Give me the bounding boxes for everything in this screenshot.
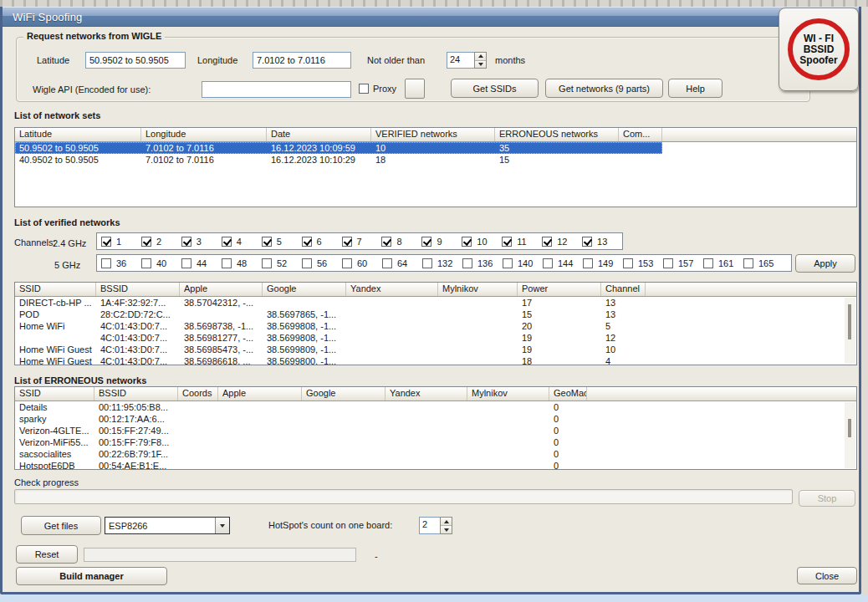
column-header[interactable]: BSSID [94, 387, 178, 400]
help-button[interactable]: Help [668, 79, 722, 98]
checkbox-icon[interactable] [181, 237, 191, 247]
checkbox-icon[interactable] [101, 237, 111, 247]
table-row[interactable]: sacsocialites00:22:6B:79:1F...0 [15, 448, 587, 460]
spin-down-icon[interactable] [441, 525, 452, 533]
checkbox-icon[interactable] [181, 258, 191, 268]
channel-checkbox-1[interactable]: 1 [101, 237, 141, 247]
column-header[interactable]: Power [518, 283, 601, 296]
reset-button[interactable]: Reset [16, 545, 78, 564]
apply-button[interactable]: Apply [795, 254, 855, 273]
channel-checkbox-5[interactable]: 5 [262, 237, 302, 247]
vertical-scrollbar[interactable] [845, 298, 855, 364]
column-header[interactable]: Yandex [385, 387, 467, 400]
column-header[interactable]: Apple [180, 283, 263, 296]
channel-checkbox-161[interactable]: 161 [703, 258, 743, 268]
checkbox-icon[interactable] [583, 258, 593, 268]
column-header[interactable]: Latitude [15, 128, 141, 141]
column-header[interactable]: ERRONEOUS networks [495, 128, 619, 141]
checkbox-icon[interactable] [663, 258, 673, 268]
longitude-input[interactable] [253, 52, 351, 69]
checkbox-icon[interactable] [503, 258, 513, 268]
checkbox-icon[interactable] [543, 258, 553, 268]
checkbox-icon[interactable] [302, 258, 312, 268]
channel-checkbox-12[interactable]: 12 [542, 237, 582, 247]
checkbox-icon[interactable] [542, 237, 552, 247]
vertical-scrollbar[interactable] [845, 402, 855, 468]
channel-checkbox-36[interactable]: 36 [101, 258, 141, 268]
spin-down-icon[interactable] [475, 60, 486, 69]
titlebar[interactable]: WiFi Spoofing [3, 7, 859, 27]
channel-checkbox-140[interactable]: 140 [503, 258, 543, 268]
checkbox-icon[interactable] [502, 237, 512, 247]
reset-field[interactable] [84, 548, 356, 562]
wifi-bssid-spoofer-logo-button[interactable]: WI - FI BSSID Spoofer [779, 8, 859, 91]
channel-checkbox-40[interactable]: 40 [141, 258, 181, 268]
column-header[interactable]: Date [267, 128, 371, 141]
channel-checkbox-64[interactable]: 64 [382, 258, 422, 268]
column-header[interactable]: Google [263, 283, 346, 296]
column-header[interactable]: SSID [15, 283, 96, 296]
build-manager-button[interactable]: Build manager [16, 567, 167, 585]
checkbox-icon[interactable] [623, 258, 633, 268]
checkbox-icon[interactable] [222, 258, 232, 268]
proxy-extra-button[interactable] [405, 79, 425, 99]
table-row[interactable]: 40.9502 to 50.95057.0102 to 7.011616.12.… [15, 154, 662, 166]
column-header[interactable]: Channel [601, 283, 646, 296]
channel-checkbox-157[interactable]: 157 [663, 258, 703, 268]
scrollbar-thumb[interactable] [848, 304, 851, 339]
channel-checkbox-56[interactable]: 56 [302, 258, 342, 268]
checkbox-icon[interactable] [302, 237, 312, 247]
board-select[interactable]: ESP8266 [105, 517, 230, 534]
table-row[interactable]: POD28:C2:DD:72:C...38.5697865, -1...1513 [15, 309, 646, 320]
wigle-api-input[interactable] [202, 81, 351, 98]
table-row[interactable]: sparky00:12:17:AA:6...0 [15, 413, 587, 425]
channel-checkbox-44[interactable]: 44 [181, 258, 222, 268]
channel-checkbox-3[interactable]: 3 [181, 237, 222, 247]
channel-checkbox-10[interactable]: 10 [462, 237, 502, 247]
channel-checkbox-52[interactable]: 52 [262, 258, 302, 268]
checkbox-icon[interactable] [141, 237, 151, 247]
checkbox-icon[interactable] [462, 237, 472, 247]
months-spinner[interactable]: 24 [447, 52, 487, 69]
scrollbar-thumb[interactable] [848, 419, 851, 437]
column-header[interactable]: Coords [178, 387, 218, 400]
get-files-button[interactable]: Get files [21, 516, 101, 535]
channel-checkbox-2[interactable]: 2 [141, 237, 181, 247]
channel-checkbox-149[interactable]: 149 [583, 258, 623, 268]
checkbox-icon[interactable] [359, 84, 369, 94]
column-header[interactable]: Google [302, 387, 385, 400]
checkbox-icon[interactable] [582, 237, 592, 247]
channel-checkbox-4[interactable]: 4 [222, 237, 262, 247]
checkbox-icon[interactable] [342, 237, 352, 247]
column-header[interactable]: VERIFIED networks [371, 128, 495, 141]
dropdown-arrow-icon[interactable] [215, 518, 229, 533]
column-header[interactable]: Com... [619, 128, 662, 141]
checkbox-icon[interactable] [262, 237, 272, 247]
latitude-input[interactable] [85, 52, 186, 69]
table-row[interactable]: HotspotE6DB00:54:AE:B1:E...0 [15, 460, 587, 470]
hotspot-count-spinner[interactable]: 2 [419, 517, 452, 534]
channel-checkbox-9[interactable]: 9 [421, 237, 462, 247]
column-header[interactable]: BSSID [96, 283, 180, 296]
table-row[interactable]: Home WiFi Guest4C:01:43:D0:7...38.569866… [15, 355, 646, 365]
spin-up-icon[interactable] [475, 53, 486, 60]
spin-up-icon[interactable] [441, 518, 452, 525]
checkbox-icon[interactable] [381, 237, 391, 247]
checkbox-icon[interactable] [462, 258, 472, 268]
table-row[interactable]: 50.9502 to 50.95057.0102 to 7.011616.12.… [15, 142, 662, 154]
channel-checkbox-153[interactable]: 153 [623, 258, 663, 268]
hotspot-count-value[interactable]: 2 [419, 517, 440, 534]
column-header[interactable]: Apple [218, 387, 302, 400]
table-row[interactable]: Details00:11:95:05:B8...0 [15, 401, 587, 413]
channel-checkbox-11[interactable]: 11 [502, 237, 542, 247]
channel-checkbox-136[interactable]: 136 [462, 258, 503, 268]
column-header[interactable]: Longitude [141, 128, 267, 141]
checkbox-icon[interactable] [262, 258, 272, 268]
channel-checkbox-8[interactable]: 8 [381, 237, 421, 247]
table-row[interactable]: Verizon-4GLTE...00:15:FF:27:49...0 [15, 425, 587, 436]
proxy-checkbox[interactable]: Proxy [359, 84, 396, 94]
months-value[interactable]: 24 [447, 52, 474, 69]
table-row[interactable]: DIRECT-cb-HP ...1A:4F:32:92:7...38.57042… [15, 297, 646, 309]
channel-checkbox-48[interactable]: 48 [222, 258, 262, 268]
channel-checkbox-7[interactable]: 7 [342, 237, 382, 247]
